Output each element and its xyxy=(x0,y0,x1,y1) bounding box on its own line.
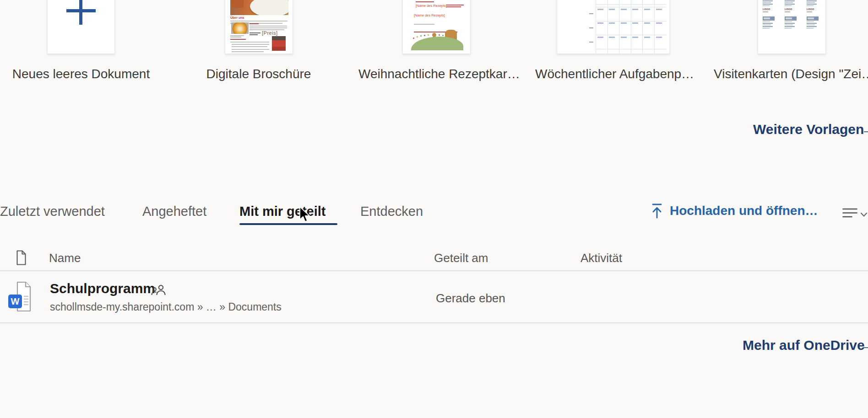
upload-icon xyxy=(651,203,663,219)
chevron-down-icon xyxy=(860,212,868,217)
template-label[interactable]: Digitale Broschüre xyxy=(181,67,336,81)
more-templates-arrow-icon[interactable]: → xyxy=(861,122,868,137)
brochure-photo xyxy=(230,0,288,15)
row-divider xyxy=(0,322,868,323)
bizcard-name-bar xyxy=(785,16,797,21)
plus-icon xyxy=(79,0,82,25)
word-document-icon: W xyxy=(7,280,32,316)
column-header-name: Name xyxy=(49,251,81,265)
brochure-heading: Über uns xyxy=(230,16,244,19)
template-label[interactable]: Wöchentlicher Aufgabenp… xyxy=(535,67,691,81)
column-header-geteilt-am: Geteilt am xyxy=(434,251,488,265)
recipe-name-placeholder: [Name des Rezepts] xyxy=(416,4,447,8)
bizcard-name-bar xyxy=(763,16,775,21)
recipe-name-placeholder: [Name des Rezepts] xyxy=(414,13,445,17)
word-start-page: Neues leeres Dokument Über uns [Preis] xyxy=(0,0,868,418)
bizcard-logo-text: LOGO xyxy=(807,8,820,11)
svg-text:W: W xyxy=(11,296,20,306)
template-label[interactable]: Weihnachtliche Rezeptkar… xyxy=(358,67,514,81)
template-card-business-cards[interactable]: LOGO LOGO LOGO xyxy=(758,0,826,54)
template-card-planner[interactable] xyxy=(557,0,670,54)
column-header-aktivitaet: Aktivität xyxy=(580,251,622,265)
recipe-hill-illustration xyxy=(411,37,463,50)
upload-and-open-button[interactable]: Hochladen und öffnen… xyxy=(651,203,818,219)
template-label[interactable]: Visitenkarten (Design "Zei… xyxy=(714,67,868,81)
view-options-chevron[interactable] xyxy=(860,211,868,219)
tab-angeheftet[interactable]: Angeheftet xyxy=(142,204,206,219)
template-label[interactable]: Neues leeres Dokument xyxy=(3,67,159,81)
document-type-column-icon xyxy=(16,250,27,267)
brochure-price-placeholder: [Preis] xyxy=(262,30,278,36)
brochure-smoothie-image xyxy=(272,36,286,51)
header-divider xyxy=(0,270,868,271)
more-templates-link[interactable]: Weitere Vorlagen xyxy=(753,122,864,137)
tab-mit-mir-geteilt[interactable]: Mit mir geteilt xyxy=(239,204,326,219)
upload-label: Hochladen und öffnen… xyxy=(670,203,818,219)
list-view-icon xyxy=(842,208,858,218)
file-location: schollmsde-my.sharepoint.com » … » Docum… xyxy=(50,301,282,313)
view-options-button[interactable] xyxy=(842,208,858,220)
planner-grid xyxy=(596,0,666,54)
file-name[interactable]: Schulprogramm xyxy=(50,281,155,296)
template-card-blank-document[interactable] xyxy=(47,0,115,54)
shared-people-icon xyxy=(151,284,166,298)
more-on-onedrive-link[interactable]: Mehr auf OneDrive xyxy=(743,338,865,353)
tab-zuletzt-verwendet[interactable]: Zuletzt verwendet xyxy=(0,204,105,219)
bizcard-logo-text: LOGO xyxy=(785,8,798,11)
tab-entdecken[interactable]: Entdecken xyxy=(360,204,423,219)
bizcard-name-bar xyxy=(807,16,819,21)
bizcard-logo-text: LOGO xyxy=(763,8,776,11)
more-on-onedrive-arrow-icon[interactable]: → xyxy=(860,338,868,353)
shared-at-value: Gerade eben xyxy=(436,291,505,305)
template-card-brochure[interactable]: Über uns [Preis] xyxy=(225,0,293,54)
brochure-soup-image xyxy=(231,22,249,34)
active-tab-underline xyxy=(239,223,337,225)
plus-icon xyxy=(66,9,96,12)
template-card-recipe[interactable]: [Name des Rezepts] [Name des Rezepts] xyxy=(402,0,471,54)
